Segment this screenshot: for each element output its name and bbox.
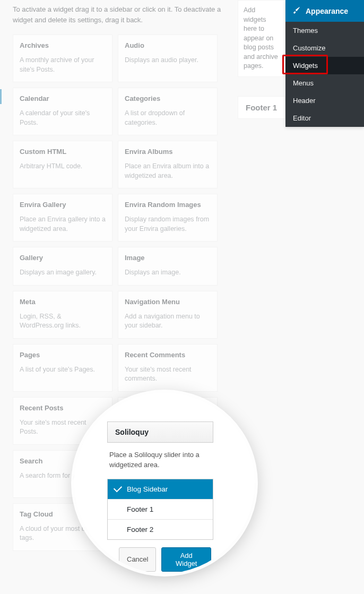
widget-card[interactable]: CalendarA calendar of your site's Posts. [13,88,112,135]
widget-description: A calendar of your site's Posts. [13,109,112,135]
widget-area-option[interactable]: Footer 1 [108,499,213,519]
add-widget-button[interactable]: Add Widget [161,547,211,572]
widget-title: Envira Random Images [118,194,217,215]
zoom-spotlight: Soliloquy Place a Soliloquy slider into … [74,393,255,573]
widget-title: Custom HTML [13,141,112,162]
widget-title: Meta [13,291,112,312]
widget-area-options: Blog SidebarFooter 1Footer 2 [107,479,213,540]
widget-description: Displays an image gallery. [13,268,112,285]
blog-sidebar-area-hint: Add widgets here to appear on blog posts… [238,0,285,77]
popup-actions: Cancel Add Widget [107,540,213,572]
brush-icon [292,5,301,16]
widget-card[interactable]: Envira AlbumsPlace an Envira album into … [118,141,218,188]
widget-title: Audio [118,35,217,56]
widget-areas-column: Add widgets here to appear on blog posts… [238,0,285,119]
widget-description: Arbitrary HTML code. [13,162,112,179]
flyout-item-themes[interactable]: Themes [285,22,364,39]
appearance-flyout-header[interactable]: Appearance [285,0,364,22]
widget-title: Image [118,247,217,268]
widget-title: Gallery [13,247,112,268]
widget-add-popup: Soliloquy Place a Soliloquy slider into … [107,421,213,572]
admin-menu-active-sliver [0,89,2,104]
widget-description: Your site's most recent comments. [118,365,217,391]
widget-title: Envira Albums [118,141,217,162]
widgets-intro-text: To activate a widget drag it to a sideba… [13,4,222,25]
widget-description: Login, RSS, & WordPress.org links. [13,312,112,338]
popup-title[interactable]: Soliloquy [107,421,213,443]
widget-title: Navigation Menu [118,291,217,312]
widget-title: Calendar [13,88,112,109]
zoom-circle: Soliloquy Place a Soliloquy slider into … [74,393,255,573]
widget-card[interactable]: Custom HTMLArbitrary HTML code. [13,141,112,188]
widget-card[interactable]: Recent CommentsYour site's most recent c… [118,344,218,392]
popup-description: Place a Soliloquy slider into a widgetiz… [107,443,213,479]
flyout-item-customize[interactable]: Customize [285,39,364,57]
widget-card[interactable]: PagesA list of your site's Pages. [13,344,112,392]
widget-title: Categories [118,88,217,109]
widget-card[interactable]: Envira GalleryPlace an Envira gallery in… [13,194,112,242]
widget-title: Envira Gallery [13,194,112,215]
widget-card[interactable]: AudioDisplays an audio player. [118,35,218,82]
flyout-item-header[interactable]: Header [285,92,364,109]
widget-description: Displays an audio player. [118,56,217,73]
widget-area-option[interactable]: Footer 2 [108,519,213,539]
cancel-button[interactable]: Cancel [119,547,156,572]
flyout-item-editor[interactable]: Editor [285,109,364,127]
widget-description: Add a navigation menu to your sidebar. [118,312,217,338]
widget-card[interactable]: Envira Random ImagesDisplay random image… [118,194,218,242]
widget-description: Display random images from your Envira g… [118,215,217,241]
widget-description: A list or dropdown of categories. [118,109,217,135]
widget-description: Place an Envira gallery into a widgetize… [13,215,112,241]
widget-card[interactable]: ArchivesA monthly archive of your site's… [13,35,112,82]
widget-area-option[interactable]: Blog Sidebar [108,479,213,499]
footer-1-area-title[interactable]: Footer 1 [238,96,285,119]
widget-description: Place an Envira album into a widgetized … [118,162,217,188]
widget-card[interactable]: MetaLogin, RSS, & WordPress.org links. [13,291,112,339]
flyout-item-widgets[interactable]: Widgets [285,57,364,74]
appearance-flyout-title: Appearance [306,7,348,15]
widget-card[interactable]: CategoriesA list or dropdown of categori… [118,88,218,135]
widget-title: Archives [13,35,112,56]
widget-description: Displays an image. [118,268,217,285]
flyout-item-menus[interactable]: Menus [285,74,364,92]
widget-card[interactable]: GalleryDisplays an image gallery. [13,247,112,286]
widget-title: Pages [13,345,112,365]
widget-description: A monthly archive of your site's Posts. [13,56,112,82]
appearance-flyout-menu: Appearance ThemesCustomizeWidgetsMenusHe… [285,0,364,127]
widget-card[interactable]: ImageDisplays an image. [118,247,218,286]
widget-title: Recent Comments [118,345,217,365]
widget-description: A list of your site's Pages. [13,365,112,382]
widget-card[interactable]: Navigation MenuAdd a navigation menu to … [118,291,218,339]
